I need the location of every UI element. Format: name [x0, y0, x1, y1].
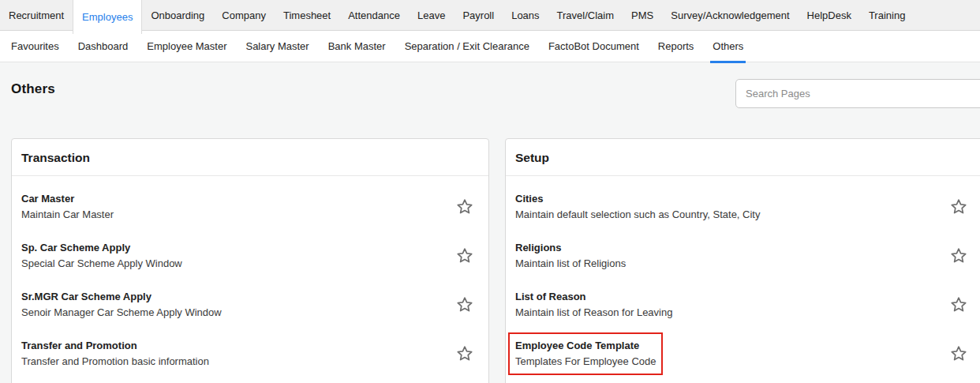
menu-item-title: List of Reason: [515, 291, 672, 303]
menu-item-sr-mgr-car-scheme-apply[interactable]: Sr.MGR Car Scheme ApplySenoir Manager Ca…: [12, 280, 488, 329]
subnav-item-bank-master[interactable]: Bank Master: [319, 31, 395, 62]
topnav-tab-timesheet[interactable]: Timesheet: [275, 0, 339, 30]
menu-item-title: Sr.MGR Car Scheme Apply: [21, 291, 222, 303]
star-icon[interactable]: [455, 197, 474, 216]
topnav-tab-pms[interactable]: PMS: [623, 0, 662, 30]
menu-item-text: ReligionsMaintain list of Religions: [515, 242, 626, 270]
subnav-item-reports[interactable]: Reports: [649, 31, 704, 62]
subnav-item-others[interactable]: Others: [703, 31, 753, 62]
section-navbar: FavouritesDashboardEmployee MasterSalary…: [0, 31, 980, 62]
star-icon[interactable]: [949, 197, 968, 216]
topnav-tab-survey-acknowledgement[interactable]: Survey/Acknowledgement: [662, 0, 798, 30]
topnav-tab-employees[interactable]: Employees: [73, 0, 142, 34]
card-title: Transaction: [12, 139, 488, 176]
menu-item-subtitle: Maintain list of Reason for Leaving: [515, 306, 672, 319]
topnav-tab-attendance[interactable]: Attendance: [339, 0, 409, 30]
topnav-tab-leave[interactable]: Leave: [409, 0, 454, 30]
subnav-item-salary-master[interactable]: Salary Master: [236, 31, 318, 62]
menu-item-subtitle: Maintain default selection such as Count…: [515, 208, 760, 221]
menu-item-subtitle: Special Car Scheme Apply Window: [21, 257, 182, 270]
module-navbar: RecruitmentEmployeesOnboardingCompanyTim…: [0, 0, 980, 31]
menu-item-subtitle: Transfer and Promotion basic information: [21, 355, 209, 368]
star-icon[interactable]: [455, 246, 474, 265]
card-item-list: Car MasterMaintain Car MasterSp. Car Sch…: [12, 176, 488, 378]
topnav-tab-loans[interactable]: Loans: [503, 0, 548, 30]
menu-item-text-highlight-annotation: Employee Code TemplateTemplates For Empl…: [515, 340, 656, 368]
menu-item-subtitle: Maintain list of Religions: [515, 257, 626, 270]
menu-item-text: Sp. Car Scheme ApplySpecial Car Scheme A…: [21, 242, 182, 270]
menu-item-title: Sp. Car Scheme Apply: [21, 242, 182, 254]
topnav-tab-travel-claim[interactable]: Travel/Claim: [548, 0, 623, 30]
star-icon[interactable]: [949, 295, 968, 314]
menu-item-cities[interactable]: CitiesMaintain default selection such as…: [506, 182, 980, 231]
menu-item-subtitle: Maintain Car Master: [21, 208, 114, 221]
page-header: Others: [0, 62, 980, 138]
menu-item-title: Car Master: [21, 193, 114, 205]
topnav-tab-training[interactable]: Training: [860, 0, 914, 30]
menu-item-employee-code-template[interactable]: Employee Code TemplateTemplates For Empl…: [506, 329, 980, 378]
menu-item-sp-car-scheme-apply[interactable]: Sp. Car Scheme ApplySpecial Car Scheme A…: [12, 231, 488, 280]
menu-item-text: List of ReasonMaintain list of Reason fo…: [515, 291, 672, 319]
menu-item-list-of-reason[interactable]: List of ReasonMaintain list of Reason fo…: [506, 280, 980, 329]
subnav-item-employee-master[interactable]: Employee Master: [137, 31, 236, 62]
menu-item-transfer-and-promotion[interactable]: Transfer and PromotionTransfer and Promo…: [12, 329, 488, 378]
topnav-tab-payroll[interactable]: Payroll: [454, 0, 503, 30]
menu-item-title: Employee Code Template: [515, 340, 656, 352]
menu-item-text: Transfer and PromotionTransfer and Promo…: [21, 340, 209, 368]
card-item-list: CitiesMaintain default selection such as…: [506, 176, 980, 378]
topnav-tab-onboarding[interactable]: Onboarding: [142, 0, 213, 30]
card-title: Setup: [506, 139, 980, 176]
cards-container: TransactionCar MasterMaintain Car Master…: [0, 138, 980, 383]
menu-item-text: Car MasterMaintain Car Master: [21, 193, 114, 221]
menu-item-subtitle: Templates For Employee Code: [515, 355, 656, 368]
topnav-tab-company[interactable]: Company: [213, 0, 275, 30]
topnav-tab-helpdesk[interactable]: HelpDesk: [799, 0, 860, 30]
menu-item-car-master[interactable]: Car MasterMaintain Car Master: [12, 182, 488, 231]
menu-item-religions[interactable]: ReligionsMaintain list of Religions: [506, 231, 980, 280]
search-input[interactable]: [735, 79, 980, 108]
subnav-item-factobot-document[interactable]: FactoBot Document: [539, 31, 649, 62]
menu-item-text: Sr.MGR Car Scheme ApplySenoir Manager Ca…: [21, 291, 222, 319]
subnav-item-separation-exit-clearance[interactable]: Separation / Exit Clearance: [395, 31, 539, 62]
star-icon[interactable]: [949, 246, 968, 265]
subnav-item-favourites[interactable]: Favourites: [2, 31, 69, 62]
menu-item-title: Cities: [515, 193, 760, 205]
card-setup: SetupCitiesMaintain default selection su…: [505, 138, 980, 383]
star-icon[interactable]: [949, 344, 968, 363]
menu-item-subtitle: Senoir Manager Car Scheme Apply Window: [21, 306, 222, 319]
star-icon[interactable]: [455, 344, 474, 363]
star-icon[interactable]: [455, 295, 474, 314]
menu-item-title: Transfer and Promotion: [21, 340, 209, 352]
subnav-item-dashboard[interactable]: Dashboard: [69, 31, 138, 62]
card-transaction: TransactionCar MasterMaintain Car Master…: [11, 138, 489, 383]
menu-item-text: CitiesMaintain default selection such as…: [515, 193, 760, 221]
menu-item-title: Religions: [515, 242, 626, 254]
topnav-tab-recruitment[interactable]: Recruitment: [0, 0, 73, 30]
